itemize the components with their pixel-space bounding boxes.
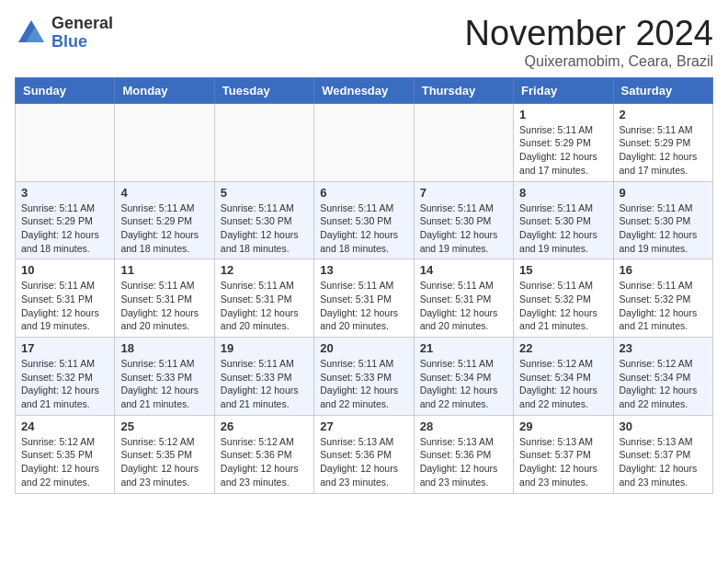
logo-general: General [51,15,113,33]
day-info: Sunrise: 5:11 AMSunset: 5:29 PMDaylight:… [21,201,108,256]
calendar-day-cell [314,103,414,181]
day-info: Sunrise: 5:12 AMSunset: 5:35 PMDaylight:… [120,435,208,489]
day-number: 22 [519,341,607,355]
day-info: Sunrise: 5:11 AMSunset: 5:34 PMDaylight:… [420,357,507,411]
logo-text: General Blue [51,15,113,52]
weekday-header-row: SundayMondayTuesdayWednesdayThursdayFrid… [16,77,713,103]
day-number: 12 [221,263,308,277]
calendar-day-cell: 23Sunrise: 5:12 AMSunset: 5:34 PMDayligh… [613,338,712,416]
calendar-day-cell: 20Sunrise: 5:11 AMSunset: 5:33 PMDayligh… [314,338,414,416]
calendar-week-row: 24Sunrise: 5:12 AMSunset: 5:35 PMDayligh… [16,415,713,493]
day-number: 15 [519,263,607,277]
calendar-day-cell: 15Sunrise: 5:11 AMSunset: 5:32 PMDayligh… [514,259,613,338]
day-info: Sunrise: 5:11 AMSunset: 5:30 PMDaylight:… [320,201,407,256]
day-info: Sunrise: 5:11 AMSunset: 5:29 PMDaylight:… [620,123,707,178]
day-info: Sunrise: 5:11 AMSunset: 5:32 PMDaylight:… [519,279,607,333]
day-info: Sunrise: 5:11 AMSunset: 5:29 PMDaylight:… [519,123,607,178]
page-header: General Blue November 2024 Quixeramobim,… [15,15,713,70]
day-info: Sunrise: 5:13 AMSunset: 5:37 PMDaylight:… [620,435,707,489]
day-number: 11 [120,263,208,277]
day-info: Sunrise: 5:11 AMSunset: 5:31 PMDaylight:… [120,279,208,333]
day-number: 24 [21,419,108,433]
calendar-day-cell: 3Sunrise: 5:11 AMSunset: 5:29 PMDaylight… [16,181,115,259]
calendar-day-cell: 10Sunrise: 5:11 AMSunset: 5:31 PMDayligh… [16,259,115,338]
day-info: Sunrise: 5:13 AMSunset: 5:36 PMDaylight:… [420,435,507,489]
day-info: Sunrise: 5:11 AMSunset: 5:31 PMDaylight:… [21,279,108,333]
calendar-week-row: 3Sunrise: 5:11 AMSunset: 5:29 PMDaylight… [16,181,713,259]
calendar-day-cell: 5Sunrise: 5:11 AMSunset: 5:30 PMDaylight… [214,181,313,259]
day-number: 29 [519,419,607,433]
day-number: 30 [620,419,707,433]
calendar-day-cell: 1Sunrise: 5:11 AMSunset: 5:29 PMDaylight… [514,103,613,181]
weekday-header: Sunday [16,77,115,103]
day-number: 5 [221,186,308,200]
day-info: Sunrise: 5:11 AMSunset: 5:33 PMDaylight:… [320,357,407,411]
calendar-day-cell: 21Sunrise: 5:11 AMSunset: 5:34 PMDayligh… [414,338,513,416]
day-info: Sunrise: 5:11 AMSunset: 5:29 PMDaylight:… [120,201,208,256]
day-info: Sunrise: 5:13 AMSunset: 5:37 PMDaylight:… [519,435,607,489]
day-info: Sunrise: 5:11 AMSunset: 5:30 PMDaylight:… [221,201,308,256]
day-number: 14 [420,263,507,277]
calendar-week-row: 1Sunrise: 5:11 AMSunset: 5:29 PMDaylight… [16,103,713,181]
day-info: Sunrise: 5:11 AMSunset: 5:33 PMDaylight:… [221,357,308,411]
calendar-day-cell: 16Sunrise: 5:11 AMSunset: 5:32 PMDayligh… [613,259,712,338]
day-info: Sunrise: 5:12 AMSunset: 5:36 PMDaylight:… [221,435,308,489]
location: Quixeramobim, Ceara, Brazil [465,53,713,70]
calendar-day-cell: 4Sunrise: 5:11 AMSunset: 5:29 PMDaylight… [115,181,214,259]
day-info: Sunrise: 5:11 AMSunset: 5:31 PMDaylight:… [320,279,407,333]
day-info: Sunrise: 5:12 AMSunset: 5:34 PMDaylight:… [620,357,707,411]
day-number: 18 [120,341,208,355]
calendar-day-cell: 25Sunrise: 5:12 AMSunset: 5:35 PMDayligh… [115,415,214,493]
calendar-day-cell: 29Sunrise: 5:13 AMSunset: 5:37 PMDayligh… [514,415,613,493]
day-info: Sunrise: 5:11 AMSunset: 5:30 PMDaylight:… [519,201,607,256]
day-number: 17 [21,341,108,355]
calendar-day-cell: 2Sunrise: 5:11 AMSunset: 5:29 PMDaylight… [613,103,712,181]
weekday-header: Thursday [414,77,513,103]
logo: General Blue [15,15,113,52]
calendar-day-cell: 18Sunrise: 5:11 AMSunset: 5:33 PMDayligh… [115,338,214,416]
day-number: 9 [620,186,707,200]
day-info: Sunrise: 5:11 AMSunset: 5:31 PMDaylight:… [221,279,308,333]
calendar-day-cell [115,103,214,181]
day-info: Sunrise: 5:11 AMSunset: 5:33 PMDaylight:… [120,357,208,411]
day-number: 19 [221,341,308,355]
day-number: 8 [519,186,607,200]
day-number: 16 [620,263,707,277]
weekday-header: Wednesday [314,77,414,103]
day-info: Sunrise: 5:11 AMSunset: 5:31 PMDaylight:… [420,279,507,333]
calendar-day-cell: 27Sunrise: 5:13 AMSunset: 5:36 PMDayligh… [314,415,414,493]
calendar-day-cell: 28Sunrise: 5:13 AMSunset: 5:36 PMDayligh… [414,415,513,493]
logo-blue: Blue [51,33,113,52]
day-number: 1 [519,108,607,121]
day-info: Sunrise: 5:11 AMSunset: 5:32 PMDaylight:… [21,357,108,411]
day-number: 28 [420,419,507,433]
calendar-day-cell: 6Sunrise: 5:11 AMSunset: 5:30 PMDaylight… [314,181,414,259]
day-number: 7 [420,186,507,200]
calendar-week-row: 10Sunrise: 5:11 AMSunset: 5:31 PMDayligh… [16,259,713,338]
calendar-day-cell: 22Sunrise: 5:12 AMSunset: 5:34 PMDayligh… [514,338,613,416]
calendar-table: SundayMondayTuesdayWednesdayThursdayFrid… [15,77,713,494]
calendar-day-cell: 13Sunrise: 5:11 AMSunset: 5:31 PMDayligh… [314,259,414,338]
day-number: 10 [21,263,108,277]
day-number: 21 [420,341,507,355]
day-number: 27 [320,419,407,433]
calendar-day-cell: 24Sunrise: 5:12 AMSunset: 5:35 PMDayligh… [16,415,115,493]
day-number: 25 [120,419,208,433]
calendar-day-cell [16,103,115,181]
calendar-day-cell: 12Sunrise: 5:11 AMSunset: 5:31 PMDayligh… [214,259,313,338]
weekday-header: Friday [514,77,613,103]
day-number: 3 [21,186,108,200]
calendar-day-cell: 26Sunrise: 5:12 AMSunset: 5:36 PMDayligh… [214,415,313,493]
month-title: November 2024 [465,15,713,53]
day-number: 2 [620,108,707,121]
day-info: Sunrise: 5:12 AMSunset: 5:35 PMDaylight:… [21,435,108,489]
day-number: 4 [120,186,208,200]
calendar-day-cell [414,103,513,181]
calendar-day-cell: 14Sunrise: 5:11 AMSunset: 5:31 PMDayligh… [414,259,513,338]
weekday-header: Tuesday [214,77,313,103]
calendar-day-cell: 8Sunrise: 5:11 AMSunset: 5:30 PMDaylight… [514,181,613,259]
weekday-header: Saturday [613,77,712,103]
day-number: 23 [620,341,707,355]
day-number: 13 [320,263,407,277]
calendar-week-row: 17Sunrise: 5:11 AMSunset: 5:32 PMDayligh… [16,338,713,416]
